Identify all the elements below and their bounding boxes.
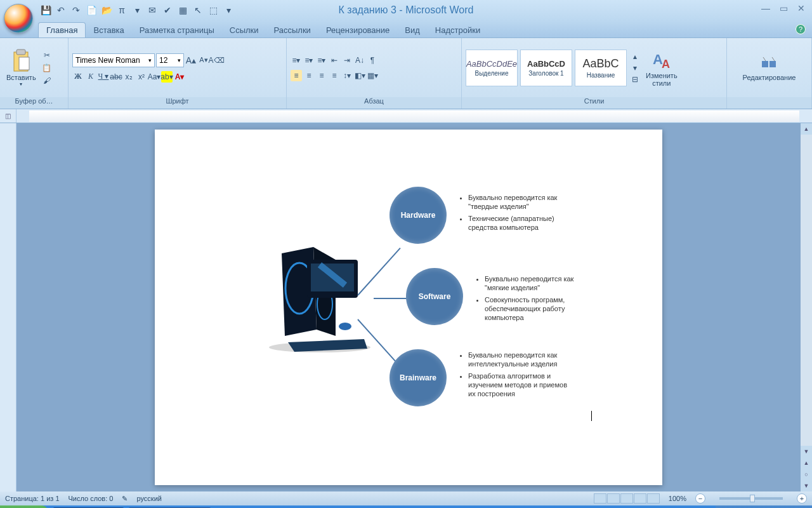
mail-icon[interactable]: ✉ [146, 4, 159, 17]
line-spacing-icon[interactable]: ↕▾ [341, 70, 353, 81]
paste-label: Вставить [6, 74, 36, 81]
align-right-icon[interactable]: ≡ [316, 70, 327, 81]
connector-line [374, 298, 410, 299]
copy-icon[interactable]: 📋 [41, 62, 53, 74]
shading-icon[interactable]: ◧▾ [354, 70, 365, 81]
scroll-down-icon[interactable]: ▼ [801, 446, 812, 457]
scroll-up-icon[interactable]: ▲ [801, 123, 812, 135]
change-styles-button[interactable]: AA Изменить стили [643, 43, 680, 93]
svg-rect-2 [19, 57, 29, 70]
styles-down-icon[interactable]: ▾ [629, 62, 641, 74]
ribbon-tabs: Главная Вставка Разметка страницы Ссылки… [0, 20, 812, 38]
italic-icon[interactable]: К [85, 71, 96, 83]
font-color-icon[interactable]: A▾ [174, 71, 185, 83]
page[interactable]: Hardware Software Brainware Буквально пе… [155, 130, 662, 485]
group-label [727, 97, 811, 109]
font-family-combo[interactable]: Times New Roman▾ [72, 53, 155, 67]
print-layout-view[interactable] [594, 493, 606, 504]
save-icon[interactable]: 💾 [39, 4, 52, 17]
align-left-icon[interactable]: ≡ [291, 70, 302, 81]
numbering-icon[interactable]: ≡▾ [303, 55, 315, 66]
paste-button[interactable]: Вставить ▾ [4, 41, 39, 95]
zoom-slider[interactable] [719, 497, 783, 500]
zoom-in-icon[interactable]: + [797, 493, 807, 504]
spell-icon[interactable]: ✔ [161, 4, 174, 17]
spell-check-icon[interactable]: ✎ [122, 495, 128, 503]
tab-insert[interactable]: Вставка [86, 23, 131, 37]
new-icon[interactable]: 📄 [85, 4, 98, 17]
borders-icon[interactable]: ▦▾ [367, 70, 378, 81]
subscript-icon[interactable]: x₂ [123, 71, 134, 83]
scroll-track[interactable] [801, 135, 812, 446]
start-button[interactable]: пуск [0, 505, 49, 508]
bold-icon[interactable]: Ж [72, 71, 84, 83]
redo-icon[interactable]: ↷ [70, 4, 82, 17]
status-page[interactable]: Страница: 1 из 1 [5, 495, 60, 502]
help-icon[interactable]: ? [796, 24, 806, 34]
page-viewport[interactable]: Hardware Software Brainware Буквально пе… [16, 123, 801, 491]
multilevel-icon[interactable]: ≡▾ [316, 55, 327, 66]
clear-format-icon[interactable]: A⌫ [211, 55, 222, 66]
tab-view[interactable]: Вид [397, 23, 428, 37]
table-icon[interactable]: ▦ [176, 4, 189, 17]
outline-view[interactable] [634, 493, 646, 504]
tab-layout[interactable]: Разметка страницы [132, 23, 222, 37]
zoom-out-icon[interactable]: − [695, 493, 705, 504]
outdent-icon[interactable]: ⇤ [329, 55, 340, 66]
style-item[interactable]: AaBbCcDdEe Выделение [466, 50, 518, 86]
qat-more-dropdown[interactable]: ▾ [222, 4, 235, 17]
bullets-icon[interactable]: ≡▾ [291, 55, 302, 66]
style-item[interactable]: AaBbC Название [575, 50, 627, 86]
browse-object-icon[interactable]: ○ [801, 469, 812, 480]
zoom-value[interactable]: 100% [669, 495, 686, 502]
strike-icon[interactable]: abc [110, 71, 122, 83]
format-painter-icon[interactable]: 🖌 [41, 75, 53, 86]
window-title: К заданию 3 - Microsoft Word [339, 4, 474, 16]
styles-up-icon[interactable]: ▴ [629, 51, 641, 62]
minimize-button[interactable]: — [759, 3, 773, 14]
reading-view[interactable] [607, 493, 620, 504]
font-size-combo[interactable]: 12▾ [156, 53, 184, 67]
tab-references[interactable]: Ссылки [222, 23, 266, 37]
change-case-icon[interactable]: Aa▾ [148, 71, 160, 83]
sort-icon[interactable]: A↓ [354, 55, 365, 66]
show-marks-icon[interactable]: ¶ [367, 55, 378, 66]
superscript-icon[interactable]: x² [136, 71, 147, 83]
office-button[interactable] [4, 4, 33, 33]
style-item[interactable]: AaBbCcD Заголовок 1 [520, 50, 572, 86]
desc-brainware: Буквально переводится как интеллектуальн… [461, 351, 575, 401]
grow-font-icon[interactable]: A▴ [185, 55, 197, 66]
equation-icon[interactable]: π [115, 4, 128, 17]
status-words[interactable]: Число слов: 0 [69, 495, 114, 502]
zoom-thumb[interactable] [750, 495, 755, 502]
editing-button[interactable]: Редактирование [740, 43, 799, 93]
align-center-icon[interactable]: ≡ [303, 70, 315, 81]
vertical-scrollbar[interactable]: ▲ ▼ ▲ ○ ▼ [801, 123, 812, 491]
browse-prev-icon[interactable]: ▲ [801, 457, 812, 469]
browse-next-icon[interactable]: ▼ [801, 480, 812, 491]
indent-icon[interactable]: ⇥ [341, 55, 353, 66]
shrink-font-icon[interactable]: A▾ [198, 55, 209, 66]
qat-dropdown[interactable]: ▾ [131, 4, 143, 17]
status-lang[interactable]: русский [136, 495, 161, 502]
web-view[interactable] [620, 493, 633, 504]
vertical-ruler[interactable] [0, 123, 16, 491]
cut-icon[interactable]: ✂ [41, 50, 53, 61]
tab-home[interactable]: Главная [38, 22, 86, 37]
underline-icon[interactable]: Ч ▾ [98, 71, 109, 83]
ruler-toggle[interactable]: ◫ [0, 109, 16, 123]
group-icon[interactable]: ⬚ [207, 4, 219, 17]
tab-addons[interactable]: Надстройки [428, 23, 488, 37]
maximize-button[interactable]: ▭ [776, 3, 790, 14]
horizontal-ruler[interactable] [29, 110, 799, 122]
highlight-icon[interactable]: ab▾ [161, 71, 173, 83]
close-button[interactable]: ✕ [794, 3, 808, 14]
tab-review[interactable]: Рецензирование [318, 23, 397, 37]
open-icon[interactable]: 📂 [100, 4, 113, 17]
draft-view[interactable] [647, 493, 660, 504]
cursor-icon[interactable]: ↖ [192, 4, 204, 17]
tab-mailings[interactable]: Рассылки [266, 23, 318, 37]
undo-icon[interactable]: ↶ [55, 4, 67, 17]
styles-more-icon[interactable]: ⊟ [629, 74, 641, 85]
justify-icon[interactable]: ≡ [329, 70, 340, 81]
